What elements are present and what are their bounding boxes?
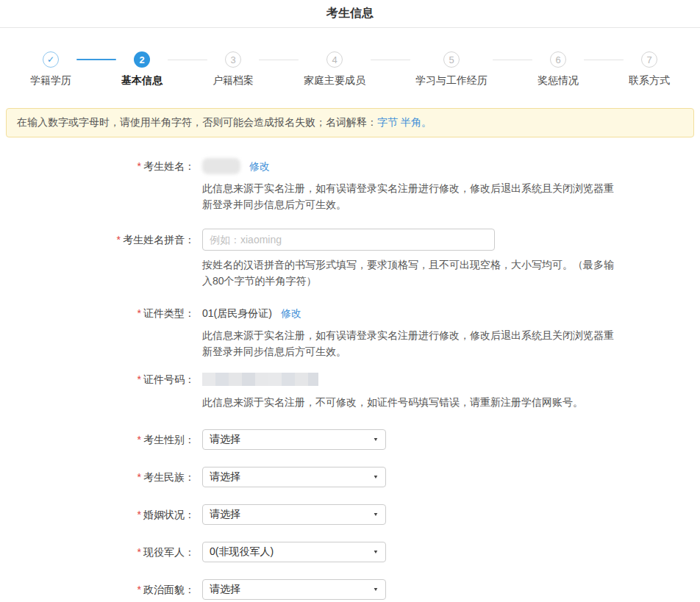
step-label: 学籍学历 xyxy=(30,74,71,87)
page-title: 考生信息 xyxy=(326,6,374,21)
redacted-name-value xyxy=(202,158,240,174)
field-marital-status: *婚姻状况： 请选择 ▼ xyxy=(0,504,700,525)
field-id-number: *证件号码： 此信息来源于实名注册，不可修改，如证件号码填写错误，请重新注册学信… xyxy=(0,371,700,410)
required-mark: * xyxy=(138,373,141,385)
field-label: 婚姻状况： xyxy=(143,509,195,520)
pinyin-input[interactable] xyxy=(202,229,495,251)
redacted-id-number-value xyxy=(202,373,318,386)
step-contact: 7 联系方式 xyxy=(629,51,670,87)
step-basic-info[interactable]: 2 基本信息 xyxy=(121,51,162,87)
candidate-info-form: *考生姓名： 修改 此信息来源于实名注册，如有误请登录实名注册进行修改，修改后退… xyxy=(0,158,700,602)
field-candidate-name: *考生姓名： 修改 此信息来源于实名注册，如有误请登录实名注册进行修改，修改后退… xyxy=(0,158,700,212)
link-halfwidth-glossary[interactable]: 半角 xyxy=(401,116,421,128)
page-header: 考生信息 xyxy=(0,0,700,28)
selected-value: 请选择 xyxy=(210,583,240,596)
selected-value: 请选择 xyxy=(210,470,240,484)
step-label: 联系方式 xyxy=(629,74,670,87)
political-status-select[interactable]: 请选择 ▼ xyxy=(202,579,386,600)
pinyin-help-text: 按姓名的汉语拼音的书写形式填写，要求顶格写，且不可出现空格，大小写均可。（最多输… xyxy=(202,257,618,289)
id-type-value: 01(居民身份证) xyxy=(202,305,272,321)
step-label: 学习与工作经历 xyxy=(415,74,488,87)
step-connector xyxy=(493,60,532,60)
ethnicity-select[interactable]: 请选择 ▼ xyxy=(202,467,386,487)
field-military-status: *现役军人： 0(非现役军人) ▼ xyxy=(0,542,700,562)
field-ethnicity: *考生民族： 请选择 ▼ xyxy=(0,467,700,487)
step-label: 户籍档案 xyxy=(213,74,254,87)
step-number: 5 xyxy=(443,51,460,68)
field-label: 考生性别： xyxy=(143,434,195,445)
chevron-down-icon: ▼ xyxy=(373,437,379,442)
field-gender: *考生性别： 请选择 ▼ xyxy=(0,429,700,450)
step-connector xyxy=(76,59,116,60)
chevron-down-icon: ▼ xyxy=(373,587,379,592)
marital-status-select[interactable]: 请选择 ▼ xyxy=(202,504,386,525)
step-number: 7 xyxy=(641,51,657,68)
gender-select[interactable]: 请选择 ▼ xyxy=(202,429,386,450)
military-status-select[interactable]: 0(非现役军人) ▼ xyxy=(202,542,386,562)
link-byte-glossary[interactable]: 字节 xyxy=(377,116,398,128)
field-label: 证件号码： xyxy=(143,373,195,385)
selected-value: 请选择 xyxy=(210,433,240,446)
required-mark: * xyxy=(138,546,141,558)
step-number: 6 xyxy=(550,51,566,68)
field-label: 考生民族： xyxy=(143,471,195,483)
modify-id-type-link[interactable]: 修改 xyxy=(281,305,301,321)
stepper: ✓ 学籍学历 2 基本信息 3 户籍档案 4 家庭主要成员 5 学习与工作经历 … xyxy=(0,28,700,98)
chevron-down-icon: ▼ xyxy=(373,474,379,480)
field-political-status: *政治面貌： 请选择 ▼ xyxy=(0,579,700,600)
required-mark: * xyxy=(138,509,141,520)
step-connector xyxy=(584,60,624,60)
chevron-down-icon: ▼ xyxy=(373,512,379,517)
field-label: 证件类型： xyxy=(143,307,195,319)
notice-text: 在输入数字或字母时，请使用半角字符，否则可能会造成报名失败；名词解释： xyxy=(17,116,377,128)
step-family-members: 4 家庭主要成员 xyxy=(304,51,365,87)
selected-value: 请选择 xyxy=(210,508,240,521)
step-huji-dangan: 3 户籍档案 xyxy=(213,51,254,87)
step-connector xyxy=(259,60,299,60)
required-mark: * xyxy=(138,307,141,319)
step-number: 3 xyxy=(225,51,241,68)
required-mark: * xyxy=(138,160,141,172)
selected-value: 0(非现役军人) xyxy=(210,545,274,559)
required-mark: * xyxy=(138,471,141,483)
chevron-down-icon: ▼ xyxy=(373,549,379,555)
check-icon: ✓ xyxy=(43,51,59,68)
step-connector xyxy=(371,60,410,60)
required-mark: * xyxy=(138,434,141,445)
required-mark: * xyxy=(138,584,141,595)
step-label: 家庭主要成员 xyxy=(304,74,365,87)
field-label: 政治面貌： xyxy=(143,584,195,595)
field-name-pinyin: *考生姓名拼音： 按姓名的汉语拼音的书写形式填写，要求顶格写，且不可出现空格，大… xyxy=(0,229,700,289)
notice-suffix: 。 xyxy=(421,116,432,128)
modify-name-link[interactable]: 修改 xyxy=(249,158,270,174)
step-xueji-xueli[interactable]: ✓ 学籍学历 xyxy=(30,51,71,87)
step-rewards: 6 奖惩情况 xyxy=(538,51,579,87)
step-label: 基本信息 xyxy=(121,74,162,87)
step-number: 4 xyxy=(326,51,343,68)
step-study-work: 5 学习与工作经历 xyxy=(415,51,488,87)
name-help-text: 此信息来源于实名注册，如有误请登录实名注册进行修改，修改后退出系统且关闭浏览器重… xyxy=(202,180,618,212)
field-label: 考生姓名： xyxy=(143,160,195,172)
step-number: 2 xyxy=(134,51,150,68)
notice-bar: 在输入数字或字母时，请使用半角字符，否则可能会造成报名失败；名词解释：字节 半角… xyxy=(6,108,694,137)
step-label: 奖惩情况 xyxy=(538,74,579,87)
field-id-type: *证件类型： 01(居民身份证) 修改 此信息来源于实名注册，如有误请登录实名注… xyxy=(0,305,700,359)
step-connector xyxy=(168,60,207,60)
field-label: 现役军人： xyxy=(143,546,195,558)
id-number-help-text: 此信息来源于实名注册，不可修改，如证件号码填写错误，请重新注册学信网账号。 xyxy=(202,394,583,410)
id-type-help-text: 此信息来源于实名注册，如有误请登录实名注册进行修改，修改后退出系统且关闭浏览器重… xyxy=(202,327,618,359)
field-label: 考生姓名拼音： xyxy=(123,234,195,246)
required-mark: * xyxy=(117,234,121,246)
